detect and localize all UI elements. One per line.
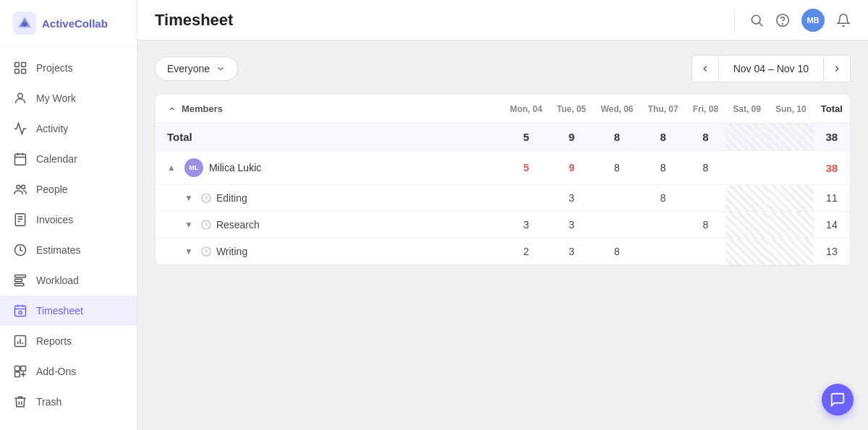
- total-sat: 0: [726, 124, 768, 151]
- collapse-person-button[interactable]: ▲: [167, 163, 179, 173]
- task-label-text: Editing: [216, 192, 247, 204]
- activity-icon: [13, 121, 27, 136]
- research-wed: [593, 212, 640, 238]
- user-icon: [13, 91, 27, 106]
- writing-sun: [768, 238, 814, 265]
- svg-rect-13: [15, 214, 25, 226]
- sidebar-item-reports[interactable]: Reports: [0, 326, 137, 356]
- chevron-down-icon: [216, 64, 226, 74]
- workload-icon: [13, 273, 27, 288]
- date-nav: Nov 04 – Nov 10: [692, 55, 851, 82]
- person-name-cell: ▲ ML Milica Lukic: [156, 151, 503, 185]
- editing-thu: 8: [641, 185, 686, 212]
- person-tue: 9: [550, 151, 594, 185]
- person-row-milica: ▲ ML Milica Lukic 5 9 8 8 8 38: [156, 151, 850, 185]
- task-row-research: ▼ Research 3 3 8: [156, 212, 850, 238]
- sidebar-item-activity[interactable]: Activity: [0, 113, 137, 144]
- dropdown-label: Everyone: [167, 63, 210, 74]
- task-name-editing: ▼ Editing: [156, 185, 503, 212]
- svg-rect-19: [15, 279, 22, 281]
- col-thu: Thu, 07: [641, 95, 686, 124]
- bell-icon[interactable]: [836, 13, 851, 27]
- sidebar: ActiveCollab Projects My Work Activity: [0, 0, 137, 430]
- prev-week-button[interactable]: [692, 56, 718, 82]
- collapse-research-button[interactable]: ▼: [184, 220, 196, 230]
- reports-icon: [13, 334, 27, 348]
- total-fri: 8: [686, 124, 726, 151]
- task-label-text: Research: [216, 219, 260, 231]
- everyone-dropdown[interactable]: Everyone: [155, 56, 238, 81]
- svg-rect-3: [22, 63, 26, 67]
- col-sat: Sat, 09: [726, 95, 768, 124]
- svg-point-11: [17, 185, 20, 189]
- sidebar-item-label: Timesheet: [36, 305, 83, 317]
- total-label: Total: [156, 124, 503, 151]
- collapse-editing-button[interactable]: ▼: [184, 193, 196, 203]
- date-range-label: Nov 04 – Nov 10: [718, 57, 824, 80]
- collapse-icon[interactable]: [167, 104, 177, 114]
- logo[interactable]: ActiveCollab: [0, 0, 137, 47]
- person-sun: [768, 151, 814, 185]
- writing-tue: 3: [550, 238, 594, 265]
- sidebar-item-my-work[interactable]: My Work: [0, 83, 137, 113]
- chevron-left-icon: [700, 64, 710, 74]
- sidebar-item-workload[interactable]: Workload: [0, 265, 137, 296]
- content-area: Everyone Nov 04 – Nov 10: [137, 40, 868, 430]
- sidebar-item-estimates[interactable]: Estimates: [0, 235, 137, 265]
- sidebar-item-add-ons[interactable]: Add-Ons: [0, 356, 137, 387]
- sidebar-item-trash[interactable]: Trash: [0, 387, 137, 417]
- chevron-right-icon: [832, 64, 842, 74]
- people-icon: [13, 182, 27, 197]
- sidebar-item-label: Add-Ons: [36, 366, 76, 377]
- avatar[interactable]: MB: [801, 9, 825, 32]
- svg-rect-4: [15, 69, 20, 74]
- editing-wed: [593, 185, 640, 212]
- chat-icon: [830, 392, 846, 408]
- research-total: 14: [814, 212, 850, 238]
- sidebar-item-people[interactable]: People: [0, 174, 137, 205]
- sidebar-item-projects[interactable]: Projects: [0, 53, 137, 83]
- sidebar-item-invoices[interactable]: Invoices: [0, 205, 137, 235]
- help-icon[interactable]: [775, 13, 790, 27]
- topbar-actions: MB: [731, 9, 851, 32]
- editing-mon: [503, 185, 550, 212]
- topbar: Timesheet MB: [137, 0, 868, 40]
- svg-point-23: [19, 311, 22, 314]
- person-name: Milica Lukic: [209, 162, 261, 173]
- person-mon: 5: [503, 151, 550, 185]
- research-thu: [641, 212, 686, 238]
- research-sat: [726, 212, 768, 238]
- total-wed: 8: [593, 124, 640, 151]
- total-tue: 9: [550, 124, 594, 151]
- svg-rect-7: [15, 154, 26, 165]
- research-tue: 3: [550, 212, 594, 238]
- page-title: Timesheet: [155, 11, 233, 30]
- sidebar-item-timesheet[interactable]: Timesheet: [0, 296, 137, 326]
- person-sat: [726, 151, 768, 185]
- svg-rect-18: [15, 275, 26, 278]
- search-icon[interactable]: [749, 13, 764, 27]
- sidebar-item-label: Invoices: [36, 214, 73, 225]
- svg-point-36: [783, 23, 783, 24]
- sidebar-item-label: Activity: [36, 123, 68, 134]
- writing-fri: [686, 238, 726, 265]
- col-members: Members: [156, 95, 503, 124]
- editing-total: 11: [814, 185, 850, 212]
- task-name-research: ▼ Research: [156, 212, 503, 238]
- task-row-writing: ▼ Writing 2 3 8: [156, 238, 850, 265]
- filter-bar: Everyone Nov 04 – Nov 10: [155, 55, 851, 82]
- chat-button[interactable]: [822, 384, 854, 416]
- task-row-editing: ▼ Editing 3 8: [156, 185, 850, 212]
- svg-line-34: [760, 22, 763, 26]
- brand-name: ActiveCollab: [42, 17, 108, 30]
- task-label-text: Writing: [216, 246, 247, 257]
- sidebar-item-calendar[interactable]: Calendar: [0, 144, 137, 174]
- sidebar-item-label: Calendar: [36, 153, 77, 165]
- collapse-writing-button[interactable]: ▼: [184, 246, 196, 257]
- total-mon: 5: [503, 124, 550, 151]
- sidebar-item-label: Reports: [36, 335, 72, 347]
- grid-icon: [13, 61, 27, 75]
- sidebar-item-label: Estimates: [36, 244, 80, 256]
- next-week-button[interactable]: [824, 56, 850, 82]
- svg-rect-31: [21, 366, 26, 371]
